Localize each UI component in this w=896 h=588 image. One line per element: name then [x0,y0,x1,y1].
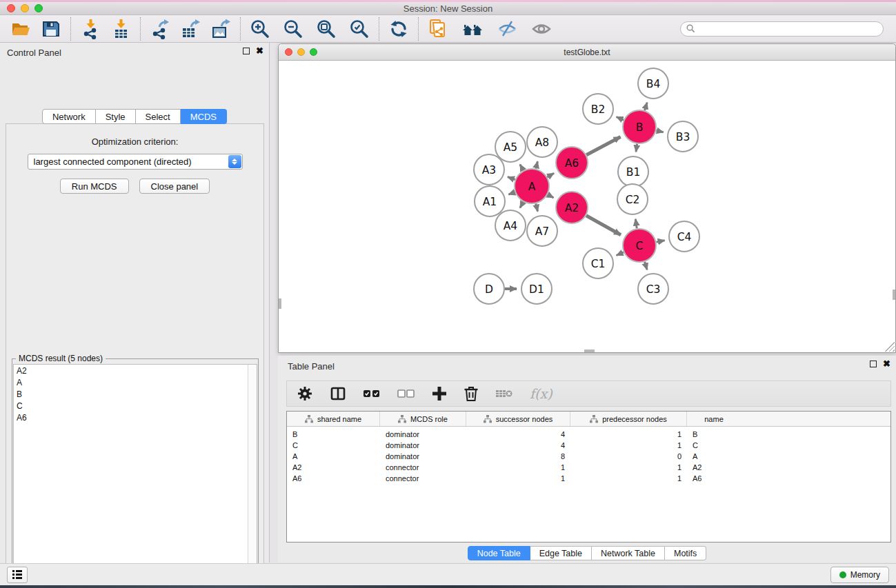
graph-edge-B-B4[interactable] [645,103,648,111]
application-window: Session: New Session [0,0,896,588]
export-table-icon[interactable] [179,18,201,40]
graph-edge-B-B3[interactable] [656,130,663,132]
graph-node-label-A8: A8 [535,136,549,149]
titlebar: Session: New Session [0,2,896,15]
column-type-icon [398,415,406,423]
network-window-titlebar[interactable]: testGlobe.txt [279,44,895,61]
zoom-out-icon[interactable] [282,18,304,40]
float-panel-icon[interactable] [243,48,250,54]
tab-mcds[interactable]: MCDS [181,109,227,124]
table-row[interactable]: A6 connector 1 1 A6 [287,473,890,484]
close-table-panel-icon[interactable]: ✖ [883,361,890,367]
graph-edge-A-A6[interactable] [547,173,554,177]
tab-motifs[interactable]: Motifs [665,546,706,560]
graph-edge-A-A4[interactable] [520,202,524,208]
open-file-icon[interactable] [10,18,32,40]
graph-node-label-B2: B2 [591,103,606,116]
tab-style[interactable]: Style [96,109,136,124]
graph-edge-A2-C[interactable] [586,216,621,235]
graph-edge-B-B2[interactable] [617,117,624,121]
search-area [680,21,884,37]
tab-network[interactable]: Network [42,109,96,124]
graph-edge-C-C1[interactable] [617,252,624,256]
deselect-all-checkboxes-icon[interactable] [397,383,415,404]
show-columns-icon[interactable] [330,383,346,404]
zoom-fit-icon[interactable] [315,18,337,40]
zoom-selected-icon[interactable] [348,18,370,40]
mcds-result-list[interactable]: A2 A B C A6 [13,364,257,588]
network-canvas[interactable]: AA1A2A3A4A5A6A7A8BB1B2B3B4CC1C2C3C4DD1 [279,61,895,352]
graph-node-label-C: C [636,240,644,252]
graph-edge-C-C4[interactable] [657,241,665,242]
window-resize-grip[interactable] [885,342,895,352]
column-type-icon [484,415,492,423]
column-header-name[interactable]: name [687,412,741,426]
float-table-panel-icon[interactable] [870,361,877,367]
mcds-result-item[interactable]: A6 [14,412,257,423]
table-row[interactable]: A2 connector 1 1 A2 [287,462,890,473]
column-header-shared-name[interactable]: shared name [287,412,380,426]
import-network-icon[interactable] [79,18,101,40]
delete-columns-icon[interactable] [464,383,479,404]
export-network-icon[interactable] [149,18,171,40]
mcds-result-item[interactable]: C [14,400,257,412]
graph-node-label-D1: D1 [529,283,544,296]
close-panel-button[interactable]: Close panel [139,179,210,194]
mcds-list-scrollbar[interactable] [248,365,257,588]
select-all-checkboxes-icon[interactable] [363,383,381,404]
delete-table-icon[interactable] [495,383,513,404]
table-row[interactable]: C dominator 4 1 C [287,440,890,451]
zoom-in-icon[interactable] [249,18,271,40]
run-mcds-button[interactable]: Run MCDS [60,179,129,194]
graph-edge-C-C3[interactable] [645,262,648,270]
mcds-result-item[interactable]: A2 [14,365,257,376]
canvas-vscroll-thumb[interactable] [279,298,281,309]
canvas-hscroll-thumb[interactable] [584,349,595,352]
graph-edge-A-A3[interactable] [508,177,515,180]
column-header-mcds-role[interactable]: MCDS role [380,412,466,426]
create-column-icon[interactable] [432,383,447,404]
graph-edge-A-A5[interactable] [520,165,524,171]
canvas-vscroll-thumb-right[interactable] [893,290,895,300]
graph-node-label-A5: A5 [504,141,517,154]
mcds-result-groupbox: MCDS result (5 nodes) A2 A B C A6 [12,358,259,588]
graph-node-label-B1: B1 [626,166,641,179]
graph-edge-A-A7[interactable] [536,203,538,211]
node-table[interactable]: shared name MCDS role successor nodes pr… [286,411,891,543]
graph-edge-A-A8[interactable] [536,161,538,169]
criterion-select[interactable]: largest connected component (directed) [28,154,243,170]
tab-network-table[interactable]: Network Table [592,546,665,560]
graph-edge-B-B1[interactable] [636,144,637,152]
column-header-predecessor-nodes[interactable]: predecessor nodes [570,412,687,426]
search-field[interactable] [680,21,884,37]
table-tabs: Node Table Edge Table Network Table Moti… [278,546,896,560]
graph-edge-A6-B[interactable] [586,137,620,155]
optimization-criterion-label: Optimization criterion: [6,136,263,147]
import-table-icon[interactable] [110,18,132,40]
export-image-icon[interactable] [210,18,232,40]
tab-node-table[interactable]: Node Table [468,546,530,560]
table-options-icon[interactable] [297,383,313,404]
memory-button[interactable]: Memory [830,567,889,583]
table-row[interactable]: B dominator 4 1 B [287,429,890,440]
column-header-successor-nodes[interactable]: successor nodes [466,412,570,426]
graph-edge-A-A2[interactable] [548,194,554,198]
graph-edge-C-C2[interactable] [635,219,637,229]
save-session-icon[interactable] [40,18,62,40]
refresh-view-icon[interactable] [388,18,410,40]
function-builder-icon[interactable]: f(x) [530,383,552,404]
graph-edge-A-A1[interactable] [508,192,515,194]
table-row[interactable]: A dominator 8 0 A [287,451,890,462]
close-panel-icon[interactable]: ✖ [256,48,263,54]
mcds-result-item[interactable]: A [14,376,257,388]
mcds-result-item[interactable]: B [14,388,257,400]
show-all-icon[interactable] [530,18,552,40]
search-input[interactable] [699,24,877,34]
new-network-from-selection-icon[interactable] [427,18,449,40]
hide-selected-icon[interactable] [496,18,518,40]
tab-edge-table[interactable]: Edge Table [530,546,592,560]
show-task-history-button[interactable] [7,567,28,583]
tab-select[interactable]: Select [136,109,181,124]
control-panel-title: Control Panel [7,48,61,58]
first-neighbors-icon[interactable] [461,18,484,40]
